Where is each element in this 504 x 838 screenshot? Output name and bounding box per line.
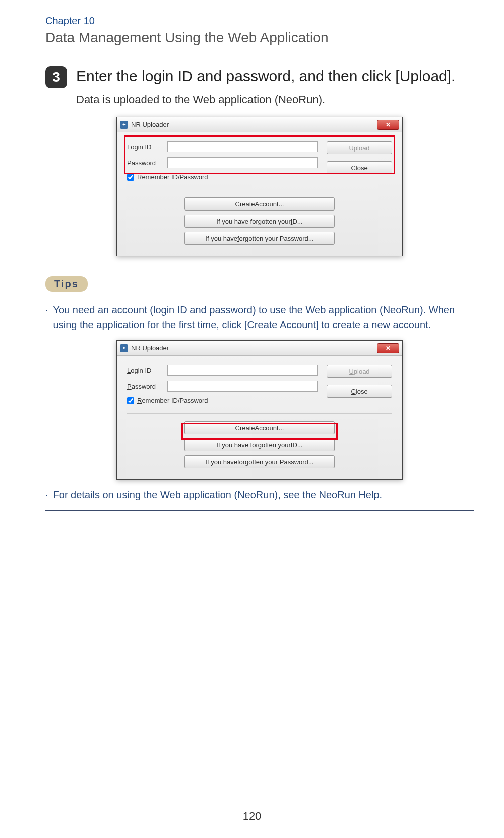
tip-item-2: · For details on using the Web applicati… [45, 488, 474, 502]
step-heading: Enter the login ID and password, and the… [76, 66, 455, 86]
dialog-title: NR Uploader [131, 121, 377, 128]
create-account-button[interactable]: Create Account... [184, 421, 335, 434]
close-button[interactable]: Close [327, 161, 392, 174]
tip-text: You need an account (login ID and passwo… [53, 303, 474, 332]
dialog-divider [127, 413, 392, 414]
divider [45, 51, 474, 51]
password-label: Password [127, 159, 167, 167]
login-id-label: Login ID [127, 367, 167, 374]
password-input[interactable] [167, 157, 318, 168]
chapter-label: Chapter 10 [45, 15, 474, 27]
dialog-title: NR Uploader [131, 344, 377, 352]
dialog-divider [127, 190, 392, 190]
forgot-id-button[interactable]: If you have forgotten your ID... [184, 215, 335, 228]
password-label: Password [127, 383, 167, 390]
tips-badge: Tips [45, 276, 88, 292]
bullet-icon: · [45, 488, 48, 502]
tips-header: Tips [45, 276, 474, 292]
login-id-input[interactable] [167, 365, 318, 376]
divider-bottom [45, 510, 474, 511]
bullet-icon: · [45, 303, 48, 332]
dialog-titlebar: ✦ NR Uploader ✕ [117, 117, 402, 132]
upload-button[interactable]: Upload [327, 141, 392, 154]
app-icon: ✦ [120, 344, 128, 352]
step-number-badge: 3 [45, 66, 67, 88]
step-row: 3 Enter the login ID and password, and t… [45, 66, 474, 88]
chapter-title: Data Management Using the Web Applicatio… [45, 30, 474, 46]
close-button[interactable]: Close [327, 385, 392, 398]
dialog-screenshot-2: ✦ NR Uploader ✕ Login ID Password [45, 340, 474, 480]
tip-text: For details on using the Web application… [53, 488, 383, 502]
window-close-button[interactable]: ✕ [377, 343, 399, 353]
forgot-password-button[interactable]: If you have forgotten your Password... [184, 232, 335, 245]
login-id-label: Login ID [127, 143, 167, 151]
password-input[interactable] [167, 381, 318, 392]
tips-line [88, 284, 474, 284]
app-icon: ✦ [120, 121, 128, 129]
window-close-button[interactable]: ✕ [377, 120, 399, 130]
dialog-titlebar: ✦ NR Uploader ✕ [117, 341, 402, 356]
login-id-input[interactable] [167, 141, 318, 152]
create-account-button[interactable]: Create Account... [184, 197, 335, 211]
remember-label: Remember ID/Password [137, 397, 208, 404]
forgot-password-button[interactable]: If you have forgotten your Password... [184, 455, 335, 468]
remember-label: Remember ID/Password [137, 173, 208, 181]
dialog-screenshot-1: ✦ NR Uploader ✕ Login ID Password [45, 117, 474, 256]
remember-checkbox[interactable] [127, 174, 134, 181]
remember-checkbox[interactable] [127, 397, 134, 404]
forgot-id-button[interactable]: If you have forgotten your ID... [184, 438, 335, 451]
upload-button[interactable]: Upload [327, 365, 392, 378]
page-number: 120 [0, 810, 504, 823]
tip-item-1: · You need an account (login ID and pass… [45, 303, 474, 332]
step-subtext: Data is uploaded to the Web application … [76, 93, 474, 107]
